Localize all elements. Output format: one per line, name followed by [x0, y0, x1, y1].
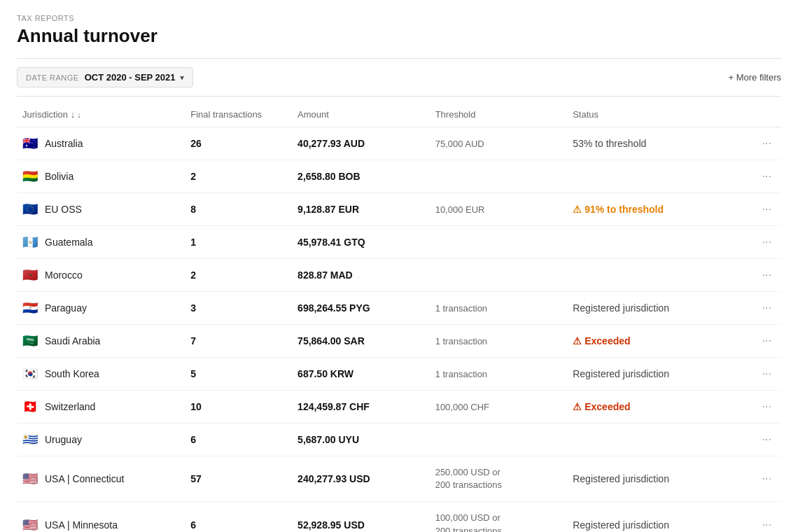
jurisdiction-cell: 🇵🇾Paraguay — [22, 302, 179, 314]
country-flag: 🇵🇾 — [22, 302, 38, 314]
transactions-cell: 3 — [185, 292, 292, 325]
row-menu-cell: ··· — [735, 226, 781, 259]
status-cell — [567, 160, 735, 193]
row-menu-button[interactable]: ··· — [758, 366, 776, 381]
status-cell: 53% to threshold — [567, 127, 735, 160]
country-flag: 🇸🇦 — [22, 335, 38, 347]
row-menu-cell: ··· — [735, 424, 781, 456]
status-warning: ⚠91% to threshold — [573, 204, 729, 215]
row-menu-cell: ··· — [735, 127, 781, 160]
jurisdiction-cell: 🇰🇷South Korea — [22, 368, 179, 380]
amount-cell: 75,864.00 SAR — [292, 325, 430, 358]
transactions-cell: 2 — [185, 259, 292, 292]
country-flag: 🇺🇾 — [22, 433, 38, 446]
section-label: TAX REPORTS — [17, 14, 781, 22]
jurisdiction-name: Guatemala — [45, 237, 92, 248]
threshold-cell: 1 transaction — [430, 358, 568, 391]
jurisdiction-name: Uruguay — [45, 434, 82, 445]
table-row: 🇺🇾Uruguay65,687.00 UYU··· — [17, 424, 781, 456]
threshold-cell: 100,000 USD or200 transactions — [430, 502, 568, 532]
status-cell — [567, 259, 735, 292]
table-row: 🇪🇺EU OSS89,128.87 EUR10,000 EUR⚠91% to t… — [17, 193, 781, 226]
table-row: 🇲🇦Morocco2828.87 MAD··· — [17, 259, 781, 292]
threshold-cell — [430, 226, 568, 259]
status-text: Exceeded — [584, 401, 630, 412]
threshold-cell — [430, 424, 568, 456]
status-cell: Registered jurisdiction — [567, 292, 735, 325]
table-row: 🇨🇭Switzerland10124,459.87 CHF100,000 CHF… — [17, 391, 781, 424]
amount-cell: 9,128.87 EUR — [292, 193, 430, 226]
row-menu-button[interactable]: ··· — [758, 517, 776, 532]
transactions-cell: 2 — [185, 160, 292, 193]
row-menu-cell: ··· — [735, 193, 781, 226]
row-menu-button[interactable]: ··· — [758, 432, 776, 447]
jurisdiction-cell: 🇲🇦Morocco — [22, 269, 179, 281]
table-row: 🇰🇷South Korea5687.50 KRW1 transactionReg… — [17, 358, 781, 391]
date-range-button[interactable]: DATE RANGE OCT 2020 - SEP 2021 ▾ — [17, 67, 193, 88]
jurisdiction-cell: 🇦🇺Australia — [22, 137, 179, 150]
table-row: 🇧🇴Bolivia22,658.80 BOB··· — [17, 160, 781, 193]
threshold-cell: 100,000 CHF — [430, 391, 568, 424]
exceeded-icon: ⚠ — [573, 335, 582, 346]
jurisdiction-cell: 🇨🇭Switzerland — [22, 400, 179, 413]
table-row: 🇺🇸USA | Minnesota652,928.95 USD100,000 U… — [17, 502, 781, 532]
row-menu-button[interactable]: ··· — [758, 136, 776, 150]
amount-cell: 687.50 KRW — [292, 358, 430, 391]
status-cell: Registered jurisdiction — [567, 502, 735, 532]
jurisdiction-cell: 🇺🇾Uruguay — [22, 433, 179, 446]
jurisdiction-name: EU OSS — [45, 204, 82, 215]
amount-cell: 5,687.00 UYU — [292, 424, 430, 456]
transactions-cell: 1 — [185, 226, 292, 259]
chevron-down-icon: ▾ — [180, 73, 184, 83]
annual-turnover-table: Jurisdiction ↓ Final transactions Amount… — [17, 102, 781, 532]
country-flag: 🇰🇷 — [22, 368, 38, 380]
jurisdiction-name: Bolivia — [45, 171, 74, 182]
row-menu-button[interactable]: ··· — [758, 471, 776, 486]
threshold-line2: 200 transactions — [435, 525, 562, 532]
table-row: 🇺🇸USA | Connecticut57240,277.93 USD250,0… — [17, 456, 781, 502]
jurisdiction-name: Australia — [45, 138, 83, 149]
table-row: 🇸🇦Saudi Arabia775,864.00 SAR1 transactio… — [17, 325, 781, 358]
col-header-jurisdiction[interactable]: Jurisdiction ↓ — [17, 102, 185, 127]
jurisdiction-cell: 🇺🇸USA | Connecticut — [22, 472, 179, 485]
amount-cell: 240,277.93 USD — [292, 456, 430, 502]
row-menu-cell: ··· — [735, 358, 781, 391]
transactions-cell: 5 — [185, 358, 292, 391]
country-flag: 🇺🇸 — [22, 519, 38, 531]
row-menu-button[interactable]: ··· — [758, 169, 776, 183]
col-header-transactions: Final transactions — [185, 102, 292, 127]
page-title: Annual turnover — [17, 25, 781, 47]
status-text: 91% to threshold — [584, 204, 664, 215]
country-flag: 🇨🇭 — [22, 400, 38, 413]
col-header-status: Status — [567, 102, 735, 127]
country-flag: 🇧🇴 — [22, 170, 38, 183]
transactions-cell: 26 — [185, 127, 292, 160]
jurisdiction-name: Saudi Arabia — [45, 335, 100, 346]
status-cell: ⚠91% to threshold — [567, 193, 735, 226]
transactions-cell: 6 — [185, 424, 292, 456]
col-header-amount: Amount — [292, 102, 430, 127]
row-menu-button[interactable]: ··· — [758, 300, 776, 315]
table-row: 🇬🇹Guatemala145,978.41 GTQ··· — [17, 226, 781, 259]
row-menu-button[interactable]: ··· — [758, 399, 776, 414]
row-menu-button[interactable]: ··· — [758, 202, 776, 216]
status-cell — [567, 226, 735, 259]
country-flag: 🇺🇸 — [22, 472, 38, 485]
row-menu-button[interactable]: ··· — [758, 333, 776, 348]
country-flag: 🇪🇺 — [22, 203, 38, 216]
exceeded-icon: ⚠ — [573, 401, 582, 412]
table-row: 🇦🇺Australia2640,277.93 AUD75,000 AUD53% … — [17, 127, 781, 160]
threshold-cell — [430, 259, 568, 292]
col-header-threshold: Threshold — [430, 102, 568, 127]
transactions-cell: 57 — [185, 456, 292, 502]
row-menu-button[interactable]: ··· — [758, 267, 776, 282]
row-menu-button[interactable]: ··· — [758, 234, 776, 249]
amount-cell: 828.87 MAD — [292, 259, 430, 292]
threshold-cell: 1 transaction — [430, 325, 568, 358]
status-cell: Registered jurisdiction — [567, 456, 735, 502]
row-menu-cell: ··· — [735, 292, 781, 325]
transactions-cell: 10 — [185, 391, 292, 424]
row-menu-cell: ··· — [735, 502, 781, 532]
more-filters-button[interactable]: + More filters — [729, 72, 782, 83]
row-menu-cell: ··· — [735, 259, 781, 292]
